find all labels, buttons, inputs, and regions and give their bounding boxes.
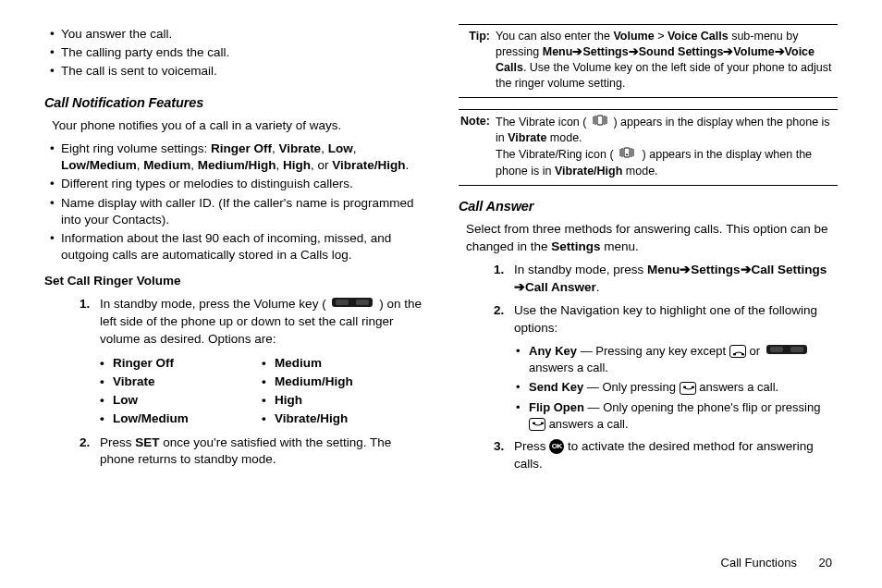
- list-item: •The call is sent to voicemail.: [50, 63, 423, 80]
- page-number: 20: [819, 556, 832, 570]
- option-item: •Any Key — Pressing any key except or an…: [516, 343, 838, 377]
- option-item: •High: [262, 392, 423, 410]
- intro-text: Select from three methods for answering …: [466, 221, 838, 256]
- option-item: •Vibrate: [100, 374, 262, 391]
- vibrate-icon: [592, 114, 608, 131]
- svg-rect-13: [733, 354, 736, 356]
- step-item: 1. In standby mode, press the Volume key…: [80, 296, 423, 349]
- svg-rect-2: [356, 300, 369, 305]
- document-page: •You answer the call. •The calling party…: [0, 0, 882, 479]
- tip-label: Tip:: [459, 29, 496, 92]
- tip-box: Tip: You can also enter the Volume > Voi…: [459, 24, 838, 98]
- option-item: •Vibrate/High: [262, 410, 423, 428]
- heading-call-notification: Call Notification Features: [44, 93, 423, 112]
- intro-text: Your phone notifies you of a call in a v…: [52, 117, 423, 135]
- note-label: Note:: [459, 114, 496, 180]
- svg-rect-17: [790, 347, 803, 352]
- step-item: 2. Use the Navigation key to highlight o…: [494, 302, 838, 337]
- step-number: 2.: [494, 302, 514, 337]
- svg-rect-1: [336, 300, 349, 305]
- step-item: 2. Press SET once you're satisfied with …: [80, 435, 423, 470]
- step-number: 3.: [494, 438, 514, 473]
- end-key-icon: [729, 345, 746, 358]
- option-item: •Low: [100, 392, 262, 410]
- svg-rect-10: [624, 148, 630, 157]
- step-number: 1.: [80, 296, 100, 349]
- vibrate-ring-icon: [619, 146, 637, 164]
- svg-rect-16: [770, 347, 783, 352]
- svg-rect-5: [597, 116, 603, 125]
- option-item: •Medium/High: [262, 374, 423, 391]
- right-column: Tip: You can also enter the Volume > Voi…: [459, 24, 838, 479]
- list-item: •Name display with caller ID. (If the ca…: [50, 195, 423, 228]
- option-item: •Medium: [262, 355, 423, 373]
- option-item: •Send Key — Only pressing answers a call…: [516, 379, 838, 396]
- section-name: Call Functions: [721, 556, 797, 570]
- option-item: •Low/Medium: [100, 410, 262, 428]
- step-number: 1.: [494, 262, 514, 297]
- send-key-icon: [529, 418, 545, 431]
- list-item: •Different ring types or melodies to dis…: [50, 176, 423, 192]
- list-item: •Information about the last 90 each of i…: [50, 230, 423, 263]
- svg-rect-18: [683, 386, 686, 388]
- step-item: 1. In standby mode, press Menu ➔ Setting…: [494, 262, 838, 297]
- list-item: •You answer the call.: [50, 26, 423, 43]
- heading-call-answer: Call Answer: [459, 197, 838, 215]
- volume-key-icon: [766, 343, 808, 360]
- step-item: 3. Press OK to activate the desired meth…: [494, 438, 838, 473]
- options-list: •Ringer Off •Vibrate •Low •Low/Medium •M…: [100, 354, 423, 429]
- svg-rect-21: [541, 423, 544, 424]
- svg-rect-20: [533, 423, 535, 424]
- ok-key-icon: OK: [549, 439, 564, 454]
- option-item: •Ringer Off: [100, 355, 262, 373]
- step-number: 2.: [80, 435, 100, 470]
- svg-rect-19: [692, 386, 694, 388]
- left-column: •You answer the call. •The calling party…: [44, 24, 423, 479]
- send-key-icon: [680, 382, 696, 395]
- list-item: • Eight ring volume settings: Ringer Off…: [50, 141, 423, 174]
- option-item: •Flip Open — Only opening the phone's fl…: [516, 399, 838, 433]
- volume-key-icon: [331, 296, 374, 313]
- svg-rect-14: [741, 354, 744, 356]
- list-item: •The calling party ends the call.: [50, 44, 423, 61]
- heading-set-volume: Set Call Ringer Volume: [44, 273, 423, 290]
- page-footer: Call Functions 20: [721, 555, 832, 571]
- note-box: Note: The Vibrate icon ( ) appears in th…: [459, 109, 838, 187]
